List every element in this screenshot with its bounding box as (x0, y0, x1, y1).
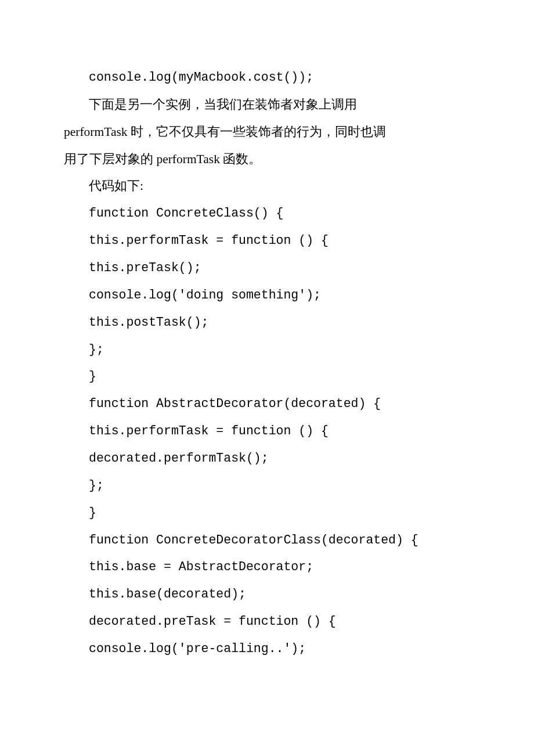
text-line: performTask 时，它不仅具有一些装饰者的行为，同时也调 (64, 118, 470, 146)
code-line: function AbstractDecorator(decorated) { (64, 390, 470, 417)
code-line: decorated.preTask = function () { (64, 608, 470, 635)
code-line: this.postTask(); (64, 309, 470, 336)
code-line: } (64, 499, 470, 527)
text-line: 下面是另一个实例，当我们在装饰者对象上调用 (64, 91, 470, 118)
code-line: function ConcreteClass() { (64, 200, 470, 227)
code-line: this.performTask = function () { (64, 227, 470, 254)
code-line: this.preTask(); (64, 254, 470, 282)
code-line: console.log(myMacbook.cost()); (64, 64, 470, 91)
code-line: this.base(decorated); (64, 581, 470, 608)
code-line: } (64, 363, 470, 390)
text-line: 用了下层对象的 performTask 函数。 (64, 146, 470, 173)
code-line: console.log('pre-calling..'); (64, 635, 470, 663)
code-line: console.log('doing something'); (64, 282, 470, 309)
code-line: decorated.performTask(); (64, 445, 470, 472)
code-line: this.performTask = function () { (64, 417, 470, 445)
code-line: this.base = AbstractDecorator; (64, 553, 470, 581)
code-line: function ConcreteDecoratorClass(decorate… (64, 527, 470, 554)
text-line: 代码如下: (64, 172, 470, 200)
code-line: }; (64, 472, 470, 499)
code-line: }; (64, 336, 470, 363)
document-body: console.log(myMacbook.cost()); 下面是另一个实例，… (64, 64, 470, 663)
